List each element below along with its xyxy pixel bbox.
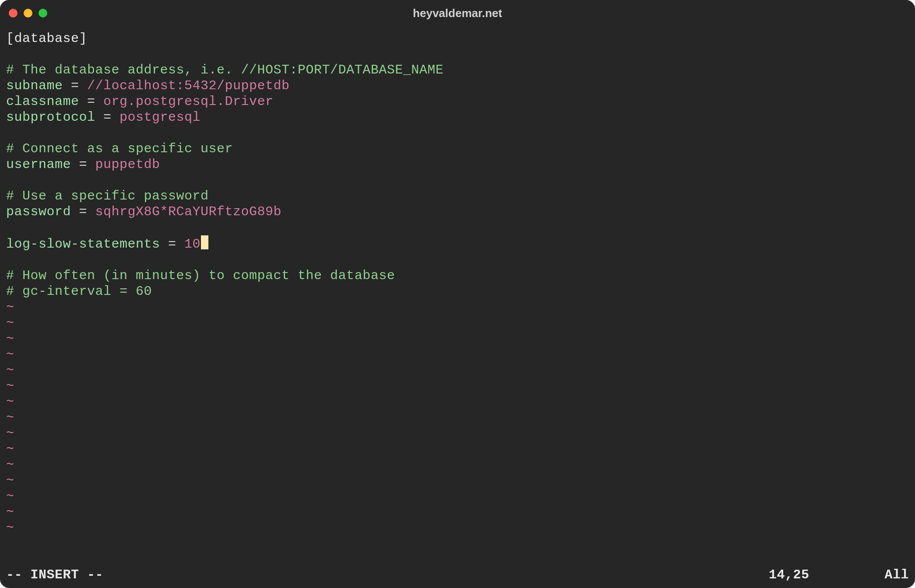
editor-empty-line: ~ [6, 504, 909, 520]
editor-empty-line: ~ [6, 394, 909, 410]
editor-empty-line: ~ [6, 331, 909, 346]
editor-empty-line: ~ [6, 457, 909, 472]
editor-line [6, 46, 909, 62]
vim-cursor-position: 14,25 [769, 567, 865, 584]
window-title: heyvaldemar.net [0, 7, 915, 20]
editor-empty-line: ~ [6, 299, 909, 315]
editor-line: password = sqhrgX8G*RCaYURftzoG89b [6, 204, 909, 220]
zoom-window-button[interactable] [39, 9, 47, 18]
window-controls [9, 9, 47, 18]
editor-line: # Use a specific password [6, 188, 909, 204]
editor-line: # gc-interval = 60 [6, 284, 909, 299]
close-window-button[interactable] [9, 9, 18, 18]
titlebar: heyvaldemar.net [0, 0, 915, 26]
minimize-window-button[interactable] [24, 9, 32, 18]
editor-line [6, 252, 909, 268]
editor-line: subname = //localhost:5432/puppetdb [6, 78, 909, 94]
editor-line: log-slow-statements = 10 [6, 235, 909, 252]
editor-viewport[interactable]: [database] # The database address, i.e. … [0, 26, 915, 567]
editor-empty-line: ~ [6, 520, 909, 536]
vim-mode: -- INSERT -- [6, 567, 103, 584]
editor-line [6, 125, 909, 141]
editor-empty-line: ~ [6, 315, 909, 331]
editor-line: classname = org.postgresql.Driver [6, 94, 909, 109]
editor-empty-line: ~ [6, 410, 909, 425]
editor-empty-line: ~ [6, 378, 909, 394]
terminal-window: heyvaldemar.net [database] # The databas… [0, 0, 915, 588]
editor-line: [database] [6, 31, 909, 46]
editor-line: username = puppetdb [6, 157, 909, 172]
text-cursor [201, 235, 208, 249]
editor-line: # Connect as a specific user [6, 141, 909, 157]
editor-empty-line: ~ [6, 441, 909, 457]
editor-line [6, 172, 909, 188]
editor-line: subprotocol = postgresql [6, 109, 909, 125]
editor-empty-line: ~ [6, 472, 909, 488]
editor-empty-line: ~ [6, 362, 909, 378]
vim-scroll-percent: All [865, 567, 909, 584]
editor-empty-line: ~ [6, 488, 909, 504]
editor-line: # The database address, i.e. //HOST:PORT… [6, 62, 909, 78]
editor-line [6, 220, 909, 235]
editor-line: # How often (in minutes) to compact the … [6, 268, 909, 284]
editor-empty-line: ~ [6, 425, 909, 441]
editor-empty-line: ~ [6, 346, 909, 362]
vim-statusbar: -- INSERT -- 14,25 All [0, 567, 915, 588]
